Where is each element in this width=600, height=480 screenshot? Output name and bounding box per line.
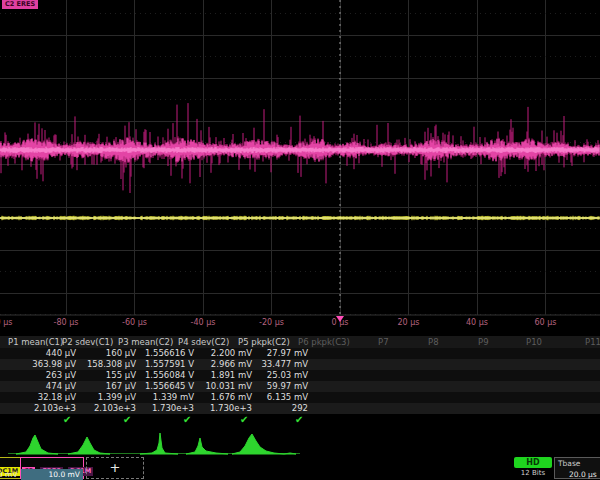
timebase-tick-label: 40 µs — [449, 318, 505, 327]
histicon-p2[interactable] — [68, 437, 110, 454]
measure-value-cell: 27.97 mV — [236, 348, 308, 359]
measure-param-header-disabled[interactable]: P9 — [478, 336, 489, 348]
measure-status-check: ✔ — [240, 413, 248, 426]
measure-value-cell: 33.477 mV — [236, 359, 308, 370]
measure-param-header[interactable]: P1 mean(C1) — [8, 336, 63, 348]
add-trace-button[interactable]: + — [86, 457, 144, 479]
c2-descriptor-header: C2 ERES DC1M — [21, 458, 83, 469]
histicon-p5[interactable] — [232, 434, 296, 454]
timebase-tick-label: -40 µs — [175, 318, 231, 327]
measure-status-check: ✔ — [183, 413, 191, 426]
timebase-tick-label: -20 µs — [244, 318, 300, 327]
measure-param-header-disabled[interactable]: P7 — [378, 336, 389, 348]
measure-param-header[interactable]: P2 sdev(C1) — [62, 336, 113, 348]
histicon-p3[interactable] — [140, 433, 178, 454]
c2-scale-value: 10.0 mV — [21, 469, 83, 480]
timebase-descriptor-box[interactable]: Tbase 20.0 µs — [554, 457, 600, 479]
measure-status-check: ✔ — [63, 413, 71, 426]
measure-value-cell: 59.97 mV — [236, 381, 308, 392]
timebase-tick-label: -60 µs — [107, 318, 163, 327]
trace-annotation-badge: C2 ERES — [2, 0, 38, 9]
timebase-tick-label: 20 µs — [381, 318, 437, 327]
timebase-tick-label: -80 µs — [38, 318, 94, 327]
timebase-tick-label: -100 µs — [0, 318, 26, 327]
histicon-p1[interactable] — [16, 435, 58, 454]
oscilloscope-screen: C2 ERES -100 µs-80 µs-60 µs-40 µs-20 µs0… — [0, 0, 600, 480]
measure-value-cell: 25.03 mV — [236, 370, 308, 381]
histicon-p4[interactable] — [186, 438, 228, 454]
measure-param-header-disabled[interactable]: P6 pkpk(C3) — [298, 336, 350, 348]
measure-param-header-disabled[interactable]: P11 — [585, 336, 600, 348]
measure-param-header[interactable]: P3 mean(C2) — [118, 336, 173, 348]
measure-param-header-disabled[interactable]: P8 — [428, 336, 439, 348]
c2-descriptor-box[interactable]: C2 ERES DC1M 10.0 mV — [20, 457, 84, 479]
timebase-tick-label: 60 µs — [518, 318, 574, 327]
tbase-label: Tbase — [558, 458, 580, 469]
measure-status-check: ✔ — [295, 413, 303, 426]
measure-param-header[interactable]: P5 pkpk(C2) — [238, 336, 290, 348]
measure-value-cell: 6.135 mV — [236, 392, 308, 403]
trigger-position-marker[interactable] — [336, 316, 344, 322]
measure-status-check: ✔ — [123, 413, 131, 426]
hd-bits-label: 12 Bits — [514, 468, 552, 478]
measure-param-header[interactable]: P4 sdev(C2) — [178, 336, 229, 348]
tbase-value: 20.0 µs — [569, 469, 597, 480]
measure-param-header-disabled[interactable]: P10 — [526, 336, 542, 348]
hd-badge: HD — [514, 457, 552, 468]
hd-mode-indicator[interactable]: HD 12 Bits — [514, 457, 552, 479]
